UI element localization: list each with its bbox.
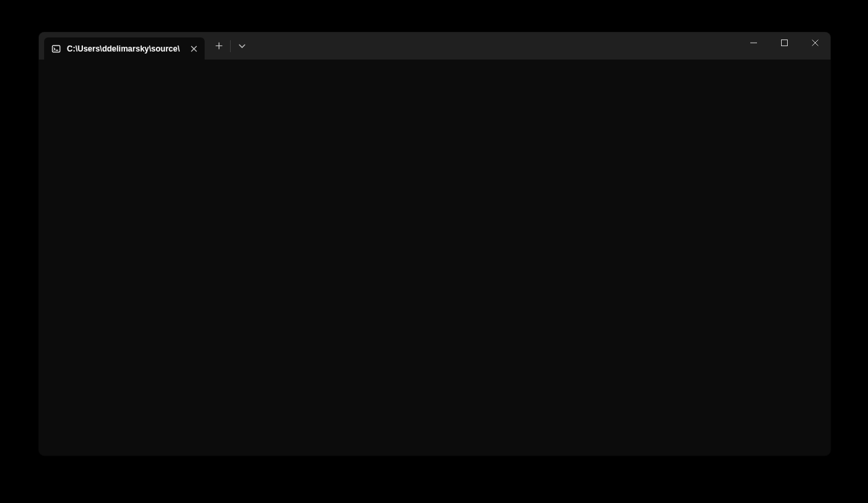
maximize-button[interactable] — [769, 32, 800, 54]
tabs-area: C:\Users\ddelimarsky\source\ — [39, 32, 205, 60]
svg-rect-7 — [782, 40, 788, 46]
terminal-content-area[interactable] — [39, 60, 831, 456]
close-button[interactable] — [800, 32, 831, 54]
terminal-icon — [51, 43, 62, 54]
divider — [230, 40, 231, 52]
tab-active[interactable]: C:\Users\ddelimarsky\source\ — [44, 37, 205, 60]
tab-actions — [209, 32, 252, 60]
new-tab-button[interactable] — [209, 36, 229, 56]
titlebar: C:\Users\ddelimarsky\source\ — [39, 32, 831, 60]
minimize-button[interactable] — [738, 32, 769, 54]
tab-dropdown-button[interactable] — [232, 36, 252, 56]
terminal-window: C:\Users\ddelimarsky\source\ — [39, 32, 831, 456]
window-controls — [738, 32, 831, 60]
titlebar-drag-region[interactable] — [252, 32, 738, 60]
svg-rect-0 — [52, 45, 60, 52]
tab-title: C:\Users\ddelimarsky\source\ — [67, 44, 187, 54]
tab-close-button[interactable] — [187, 42, 201, 56]
